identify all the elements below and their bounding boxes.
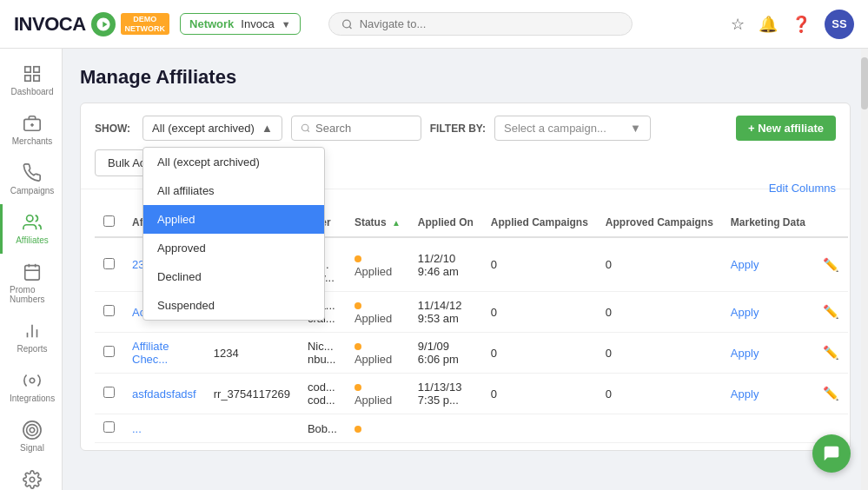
- row2-edit-icon[interactable]: ✏️: [823, 304, 839, 319]
- row3-status-text: Applied: [354, 353, 392, 366]
- row1-marketing-data: Apply: [722, 237, 814, 292]
- row3-applied-on: 9/1/09 6:06 pm: [409, 333, 482, 374]
- dashboard-icon: [23, 64, 42, 83]
- affiliate-search-input[interactable]: [315, 122, 412, 135]
- row4-checkbox-cell: [95, 374, 123, 414]
- row5-affiliate-link[interactable]: ...: [132, 422, 142, 435]
- row5-id: [205, 414, 299, 443]
- row5-checkbox-cell: [95, 414, 123, 443]
- row1-status: Applied: [346, 237, 409, 292]
- row1-edit: ✏️: [814, 237, 848, 292]
- new-affiliate-label: + New affiliate: [748, 122, 824, 135]
- campaign-filter[interactable]: Select a campaign... ▼: [494, 116, 651, 141]
- row5-status: [346, 414, 409, 443]
- select-all-checkbox[interactable]: [103, 215, 115, 227]
- sidebar-item-reports[interactable]: Reports: [0, 313, 62, 362]
- row4-applied-campaigns: 0: [482, 374, 597, 414]
- new-affiliate-button[interactable]: + New affiliate: [736, 116, 836, 141]
- settings-icon: [23, 470, 42, 489]
- status-dot: [354, 343, 361, 350]
- dropdown-item-all-except-archived[interactable]: All (except archived): [143, 148, 324, 176]
- svg-point-0: [342, 20, 350, 28]
- row4-affiliate-link[interactable]: asfdadsfadsf: [132, 387, 196, 401]
- row3-edit-icon[interactable]: ✏️: [823, 345, 839, 360]
- row2-status-text: Applied: [354, 312, 392, 325]
- row3-affiliate-link[interactable]: Affiliate Chec...: [132, 340, 169, 366]
- sidebar-item-affiliates-label: Affiliates: [16, 235, 49, 245]
- network-selector[interactable]: Network Invoca ▼: [180, 13, 301, 35]
- sidebar-item-signal[interactable]: Signal: [0, 412, 62, 461]
- svg-rect-3: [34, 67, 39, 72]
- filter-label: FILTER BY:: [430, 122, 486, 135]
- edit-columns-link[interactable]: Edit Columns: [769, 176, 836, 200]
- svg-point-20: [30, 378, 35, 383]
- table-row: Affiliate Chec... 1234 Nic... nbu... App…: [95, 333, 848, 374]
- sidebar-item-merchants-label: Merchants: [12, 136, 53, 146]
- dropdown-item-applied[interactable]: Applied: [143, 205, 324, 234]
- col-status: Status ▲: [346, 209, 409, 237]
- col-actions: [814, 209, 848, 237]
- network-value: Invoca: [241, 17, 274, 30]
- table-row: asfdadsfadsf rr_3754117269 cod... cod...…: [95, 374, 848, 414]
- show-dropdown: All (except archived) All affiliates App…: [142, 147, 325, 321]
- row3-apply-button[interactable]: Apply: [731, 347, 759, 360]
- svg-line-1: [349, 26, 351, 28]
- row2-apply-button[interactable]: Apply: [731, 306, 759, 319]
- global-search[interactable]: [328, 12, 633, 36]
- row1-checkbox-cell: [95, 237, 123, 292]
- user-avatar[interactable]: SS: [825, 10, 854, 39]
- chat-icon: [822, 444, 841, 463]
- sidebar-item-campaigns[interactable]: Campaigns: [0, 155, 62, 204]
- campaigns-icon: [23, 163, 42, 182]
- chat-button[interactable]: [812, 434, 851, 473]
- sidebar-item-affiliates[interactable]: Affiliates: [0, 204, 62, 254]
- sidebar-item-merchants[interactable]: Merchants: [0, 105, 62, 155]
- app-body: Dashboard Merchants Campaigns Affiliates…: [0, 49, 868, 490]
- col-applied-on: Applied On: [409, 209, 482, 237]
- sidebar-item-signal-label: Signal: [20, 443, 44, 453]
- row3-applied-campaigns: 0: [482, 333, 597, 374]
- dropdown-item-all-affiliates[interactable]: All affiliates: [143, 176, 324, 205]
- show-select-button[interactable]: All (except archived) ▲: [142, 116, 282, 141]
- row3-edit: ✏️: [814, 333, 848, 374]
- dropdown-item-declined[interactable]: Declined: [143, 262, 324, 291]
- dropdown-item-approved[interactable]: Approved: [143, 234, 324, 262]
- row5-checkbox[interactable]: [103, 421, 115, 433]
- show-select[interactable]: All (except archived) ▲ All (except arch…: [142, 116, 282, 141]
- row4-checkbox[interactable]: [103, 387, 115, 398]
- row2-checkbox[interactable]: [103, 305, 115, 316]
- row1-apply-button[interactable]: Apply: [731, 258, 759, 271]
- col-applied-campaigns: Applied Campaigns: [482, 209, 597, 237]
- notifications-button[interactable]: 🔔: [759, 15, 778, 34]
- row3-checkbox[interactable]: [103, 346, 115, 357]
- row4-apply-button[interactable]: Apply: [731, 387, 759, 401]
- signal-icon: [23, 420, 42, 440]
- row1-edit-icon[interactable]: ✏️: [823, 257, 839, 272]
- sidebar-item-settings[interactable]: Settings: [0, 461, 62, 490]
- chevron-down-icon: ▼: [630, 122, 641, 135]
- search-icon: [341, 18, 353, 30]
- sidebar-item-promo-numbers-label: Promo Numbers: [10, 285, 55, 304]
- logo-text: INVOCA: [14, 13, 86, 36]
- global-search-input[interactable]: [360, 17, 620, 30]
- row1-applied-on: 11/2/10 9:46 am: [409, 237, 482, 292]
- row4-id: rr_3754117269: [205, 374, 299, 414]
- row1-approved-campaigns: 0: [597, 237, 722, 292]
- svg-rect-5: [34, 76, 39, 81]
- chevron-down-icon: ▼: [282, 19, 291, 30]
- row1-checkbox[interactable]: [103, 258, 115, 269]
- select-all-header: [95, 209, 123, 237]
- row3-marketing-data: Apply: [722, 333, 814, 374]
- dropdown-item-suspended[interactable]: Suspended: [143, 291, 324, 320]
- row5-applied-campaigns: [482, 414, 597, 443]
- help-button[interactable]: ❓: [792, 15, 811, 34]
- row4-edit-icon[interactable]: ✏️: [823, 386, 839, 401]
- favorites-button[interactable]: ☆: [731, 15, 745, 34]
- sidebar-item-integrations[interactable]: Integrations: [0, 362, 62, 412]
- row4-status-text: Applied: [354, 394, 392, 407]
- scrollbar-thumb[interactable]: [861, 57, 868, 109]
- row1-applied-campaigns: 0: [482, 237, 597, 292]
- sidebar-item-promo-numbers[interactable]: Promo Numbers: [0, 254, 62, 313]
- sidebar-item-dashboard[interactable]: Dashboard: [0, 56, 62, 105]
- affiliate-search[interactable]: [291, 116, 421, 141]
